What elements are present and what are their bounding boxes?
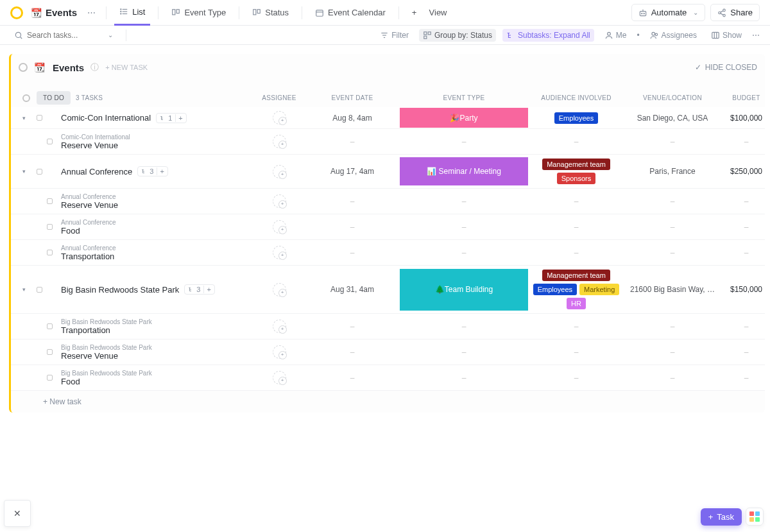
subtask-count[interactable]: 3+ [184, 284, 215, 295]
audience-cell[interactable]: – [528, 322, 624, 331]
tab-status[interactable]: Status [247, 0, 294, 26]
tab-event-type[interactable]: Event Type [166, 0, 231, 26]
event-type-cell[interactable]: – [400, 197, 528, 206]
budget-cell[interactable]: – [721, 373, 770, 382]
hide-closed-button[interactable]: ✓HIDE CLOSED [695, 63, 757, 72]
search-input[interactable] [27, 31, 104, 40]
search-wrap[interactable]: ⌄ [9, 28, 118, 42]
audience-tag[interactable]: Management team [542, 159, 610, 170]
expand-toggle[interactable]: ▾ [22, 286, 37, 293]
assignee-cell[interactable] [253, 345, 305, 359]
assignee-cell[interactable] [253, 194, 305, 208]
audience-cell[interactable]: – [528, 248, 624, 257]
col-event-date[interactable]: EVENT DATE [305, 94, 400, 101]
task-row[interactable]: ▾ Big Basin Redwoods State Park 3+ Aug 3… [11, 266, 765, 314]
audience-cell[interactable]: – [528, 348, 624, 357]
assignees-button[interactable]: Assignees [646, 29, 701, 42]
event-type-cell[interactable]: – [400, 373, 528, 382]
status-square[interactable] [47, 250, 53, 255]
subtask-row[interactable]: Comic-Con InternationalReserve Venue – –… [11, 129, 765, 155]
new-task-bottom-button[interactable]: + New task [11, 391, 765, 413]
event-date-cell[interactable]: – [305, 348, 400, 357]
subtask-row[interactable]: Annual ConferenceReserve Venue – – – – – [11, 189, 765, 214]
status-square[interactable] [47, 323, 53, 329]
col-audience[interactable]: AUDIENCE INVOLVED [528, 94, 624, 101]
subtasks-button[interactable]: Subtasks: Expand All [502, 29, 594, 42]
audience-cell[interactable]: – [528, 137, 624, 146]
add-subtask-button[interactable]: + [203, 286, 210, 293]
audience-tag[interactable]: HR [567, 298, 586, 309]
status-square[interactable] [37, 287, 42, 293]
tab-event-calendar[interactable]: Event Calendar [310, 0, 391, 26]
audience-cell[interactable]: Management teamEmployeesMarketingHR [528, 266, 624, 313]
expand-toggle[interactable]: ▾ [22, 168, 37, 175]
venue-cell[interactable]: San Diego, CA, USA [624, 114, 721, 123]
event-type-cell[interactable]: – [400, 137, 528, 146]
close-toast-button[interactable]: ✕ [4, 500, 31, 527]
audience-cell[interactable]: – [528, 223, 624, 232]
task-row[interactable]: ▾ Comic-Con International 1+ Aug 8, 4am … [11, 107, 765, 129]
audience-tag[interactable]: Management team [542, 270, 610, 281]
event-date-cell[interactable]: – [305, 137, 400, 146]
budget-cell[interactable]: $100,000 [721, 114, 770, 123]
status-pill[interactable]: TO DO [37, 91, 71, 105]
status-square[interactable] [47, 349, 53, 355]
assignee-cell[interactable] [253, 135, 305, 148]
audience-tag[interactable]: Employees [533, 284, 577, 295]
event-type-cell[interactable]: 🌲Team Building [400, 269, 528, 311]
assignee-cell[interactable] [253, 283, 305, 296]
toolbar-more-icon[interactable]: ⋯ [752, 31, 760, 40]
status-ring-icon[interactable] [19, 63, 28, 72]
event-type-cell[interactable]: 📊 Seminar / Meeting [400, 157, 528, 185]
venue-cell[interactable]: – [624, 348, 721, 357]
assignee-cell[interactable] [253, 220, 305, 234]
audience-cell[interactable]: Employees [528, 108, 624, 128]
venue-cell[interactable]: – [624, 197, 721, 206]
filter-button[interactable]: Filter [376, 29, 413, 42]
assignee-cell[interactable] [253, 246, 305, 259]
status-square[interactable] [37, 115, 42, 121]
select-all-ring[interactable] [22, 94, 30, 102]
budget-cell[interactable]: – [721, 348, 770, 357]
event-type-cell[interactable]: – [400, 348, 528, 357]
audience-tag[interactable]: Employees [554, 112, 598, 124]
subtask-name[interactable]: Annual ConferenceTransportation [61, 242, 253, 264]
info-icon[interactable]: ⓘ [90, 62, 99, 73]
fab-new-task-button[interactable]: +Task [701, 508, 742, 526]
add-subtask-button[interactable]: + [175, 114, 182, 122]
task-name[interactable]: Big Basin Redwoods State Park 3+ [61, 284, 253, 295]
venue-cell[interactable]: Paris, France [624, 167, 721, 176]
col-assignee[interactable]: ASSIGNEE [253, 94, 305, 101]
event-date-cell[interactable]: – [305, 223, 400, 232]
add-subtask-button[interactable]: + [157, 167, 164, 175]
title-more-icon[interactable]: ⋯ [85, 8, 98, 17]
event-date-cell[interactable]: – [305, 197, 400, 206]
venue-cell[interactable]: 21600 Big Basin Way, … [624, 285, 721, 294]
subtask-count[interactable]: 1+ [156, 113, 187, 123]
assignee-cell[interactable] [253, 371, 305, 384]
subtask-count[interactable]: 3+ [137, 166, 168, 176]
subtask-row[interactable]: Big Basin Redwoods State ParkReserve Ven… [11, 339, 765, 365]
assignee-cell[interactable] [253, 165, 305, 178]
show-button[interactable]: Show [707, 29, 746, 42]
venue-cell[interactable]: – [624, 223, 721, 232]
list-title[interactable]: Events [53, 62, 84, 73]
venue-cell[interactable]: – [624, 322, 721, 331]
event-type-cell[interactable]: 🎉Party [400, 108, 528, 128]
col-budget[interactable]: BUDGET [721, 94, 770, 101]
task-name[interactable]: Annual Conference 3+ [61, 166, 253, 176]
venue-cell[interactable]: – [624, 137, 721, 146]
status-square[interactable] [37, 169, 42, 175]
status-square[interactable] [47, 375, 53, 381]
venue-cell[interactable]: – [624, 373, 721, 382]
group-by-button[interactable]: Group by: Status [419, 29, 496, 42]
expand-toggle[interactable]: ▾ [22, 115, 37, 121]
subtask-name[interactable]: Annual ConferenceReserve Venue [61, 191, 253, 212]
venue-cell[interactable]: – [624, 248, 721, 257]
event-date-cell[interactable]: Aug 8, 4am [305, 114, 400, 123]
new-task-top-button[interactable]: + NEW TASK [105, 64, 148, 71]
event-date-cell[interactable]: – [305, 373, 400, 382]
subtask-row[interactable]: Big Basin Redwoods State ParkFood – – – … [11, 365, 765, 391]
event-date-cell[interactable]: Aug 31, 4am [305, 285, 400, 294]
budget-cell[interactable]: $250,000 [721, 167, 770, 176]
